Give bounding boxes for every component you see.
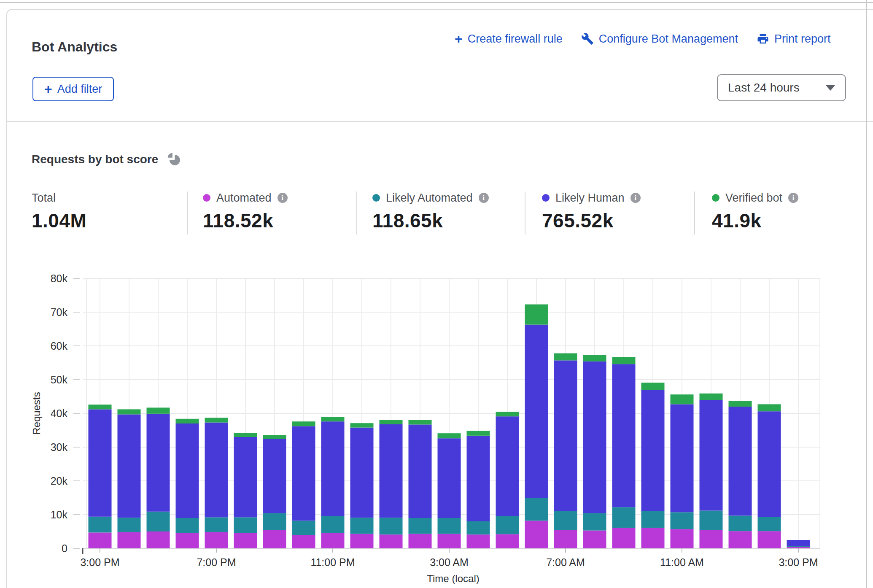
legend-dot-likely-human <box>542 194 550 202</box>
bar-segment-likely-automated <box>176 518 199 533</box>
bar-segment-verified-bot <box>758 404 781 411</box>
bar-segment-automated <box>350 534 374 548</box>
bar-segment-verified-bot <box>234 433 257 437</box>
x-axis-title: Time (local) <box>427 573 479 584</box>
bar-segment-automated <box>409 534 432 548</box>
bar-segment-likely-human <box>729 407 752 515</box>
bar-segment-likely-human <box>612 364 636 507</box>
bar-segment-automated <box>176 533 199 548</box>
bar-segment-verified-bot <box>205 418 228 422</box>
legend-dot-automated <box>203 194 210 202</box>
stacked-bar-chart: 010k20k30k40k50k60k70k80k3:00 PM7:00 PM1… <box>0 266 873 588</box>
bar-segment-likely-human <box>409 424 432 518</box>
bar-segment-verified-bot <box>118 409 141 414</box>
bar-segment-automated <box>89 532 112 548</box>
y-tick-label: 10k <box>51 509 68 521</box>
bar-segment-likely-automated <box>321 516 345 533</box>
bar-segment-likely-automated <box>641 511 665 528</box>
bar-segment-likely-human <box>350 428 374 518</box>
bar-segment-verified-bot <box>409 420 432 424</box>
print-report-link[interactable]: Print report <box>757 32 831 46</box>
bar-segment-automated <box>118 532 141 548</box>
bar-segment-likely-automated <box>205 517 228 532</box>
bar-segment-verified-bot <box>89 405 112 409</box>
bar-segment-likely-automated <box>583 513 606 531</box>
bar-segment-verified-bot <box>671 394 694 404</box>
bar-segment-likely-human <box>205 423 228 518</box>
bar-segment-verified-bot <box>554 353 577 361</box>
stats-row: Total 1.04M Automated 118.52k Likely Aut… <box>0 191 873 238</box>
bar-segment-likely-human <box>583 361 606 513</box>
y-tick-label: 40k <box>51 407 68 419</box>
bar-segment-automated <box>554 530 577 548</box>
stat-label: Verified bot <box>725 192 782 205</box>
bar-segment-verified-bot <box>263 435 286 439</box>
stat-verified-bot: Verified bot 41.9k <box>712 191 798 232</box>
create-firewall-rule-link[interactable]: + Create firewall rule <box>455 32 563 46</box>
bar-segment-automated <box>700 530 723 548</box>
stat-value: 765.52k <box>542 209 641 232</box>
bar-segment-likely-automated <box>671 512 694 529</box>
bar-segment-likely-automated <box>292 521 315 535</box>
stat-separator <box>356 192 357 235</box>
section-title: Requests by bot score <box>32 153 158 166</box>
bar-segment-likely-human <box>438 438 461 518</box>
info-icon[interactable] <box>630 193 641 203</box>
bar-segment-likely-human <box>496 416 519 516</box>
bar-segment-automated <box>729 531 752 548</box>
wrench-icon <box>581 32 594 45</box>
scrollbar[interactable] <box>866 0 867 588</box>
bar-segment-likely-automated <box>147 512 170 531</box>
bar-segment-verified-bot <box>321 417 345 421</box>
y-tick-label: 50k <box>51 374 68 386</box>
bar-segment-likely-human <box>147 414 170 512</box>
x-tick-label: 3:00 AM <box>430 556 469 568</box>
configure-bot-management-link[interactable]: Configure Bot Management <box>581 32 738 46</box>
bar-segment-automated <box>758 531 781 548</box>
bar-segment-likely-automated <box>525 498 548 521</box>
bar-segment-verified-bot <box>147 407 170 413</box>
bar-segment-likely-human <box>176 423 199 518</box>
bar-segment-verified-bot <box>700 394 723 400</box>
bar-segment-likely-human <box>321 421 345 516</box>
bar-segment-likely-automated <box>787 546 810 547</box>
bar-segment-likely-human <box>700 400 723 511</box>
y-axis-title: Requests <box>31 392 42 434</box>
bar-segment-automated <box>147 531 170 548</box>
y-tick-label: 0 <box>62 542 67 554</box>
configure-bot-management-label: Configure Bot Management <box>599 32 738 46</box>
info-icon[interactable] <box>278 193 288 203</box>
bar-segment-verified-bot <box>525 305 548 325</box>
chevron-down-icon <box>826 85 835 91</box>
x-tick-label: 11:00 AM <box>660 556 704 568</box>
bar-segment-likely-human <box>787 540 810 546</box>
info-icon[interactable] <box>788 193 798 203</box>
bar-segment-verified-bot <box>380 420 403 424</box>
header-divider <box>7 121 873 122</box>
stat-separator <box>187 192 188 235</box>
x-tick-label: 11:00 PM <box>310 556 355 568</box>
bar-segment-likely-human <box>234 437 257 517</box>
bar-segment-automated <box>292 535 315 548</box>
stat-separator <box>525 192 525 235</box>
stat-value: 41.9k <box>712 209 798 232</box>
bar-segment-verified-bot <box>641 383 665 390</box>
info-icon[interactable] <box>479 193 489 203</box>
stat-value: 118.52k <box>203 209 288 232</box>
bar-segment-likely-human <box>292 426 315 521</box>
stat-automated: Automated 118.52k <box>203 191 288 232</box>
legend-dot-likely-automated <box>372 194 380 202</box>
bar-segment-automated <box>787 547 810 548</box>
stat-separator <box>694 192 695 235</box>
x-tick-label: 7:00 PM <box>197 556 236 568</box>
section-title-row: Requests by bot score <box>32 152 182 167</box>
bar-segment-verified-bot <box>583 355 606 361</box>
bar-segment-automated <box>234 533 257 548</box>
y-tick-label: 60k <box>51 340 68 352</box>
add-filter-button[interactable]: + Add filter <box>32 77 114 101</box>
bar-segment-automated <box>496 534 519 548</box>
bar-segment-likely-automated <box>758 517 781 531</box>
time-range-dropdown[interactable]: Last 24 hours <box>717 74 846 101</box>
stat-total: Total 1.04M <box>32 191 86 232</box>
bar-segment-verified-bot <box>438 433 461 438</box>
